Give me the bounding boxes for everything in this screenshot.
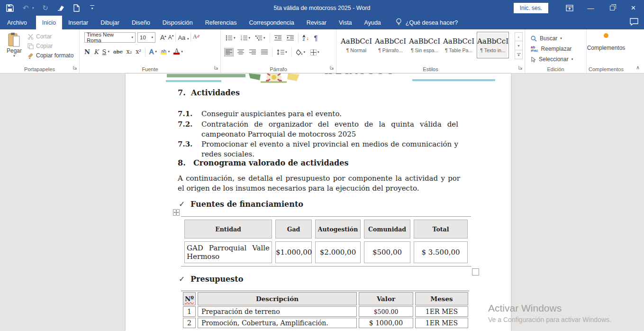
font-dialog-launcher-icon[interactable] bbox=[214, 63, 218, 72]
collapse-ribbon-icon[interactable]: ∧ bbox=[636, 64, 640, 71]
align-center-button[interactable] bbox=[236, 48, 245, 56]
comments-icon[interactable] bbox=[630, 18, 638, 27]
eraser-icon[interactable] bbox=[57, 4, 65, 12]
text-effects-button[interactable]: A bbox=[149, 48, 154, 55]
sign-in-button[interactable]: Inic. ses. bbox=[514, 3, 548, 13]
restore-button[interactable] bbox=[601, 0, 623, 16]
cut-button: Cortar bbox=[27, 33, 73, 40]
minimize-button[interactable]: — bbox=[580, 0, 601, 16]
font-color-dropdown-icon[interactable]: ▾ bbox=[181, 50, 183, 54]
decrease-indent-button[interactable] bbox=[273, 34, 282, 42]
table-cell: $500.00 bbox=[359, 306, 413, 317]
style-card-normal[interactable]: AaBbCcI¶ Normal bbox=[340, 32, 372, 58]
table-header-row: Nº Descripción Valor Meses bbox=[183, 292, 468, 305]
tab-insertar[interactable]: Insertar bbox=[62, 16, 94, 29]
bullet-list-button[interactable]: ▾ bbox=[225, 34, 236, 42]
budget-table[interactable]: Nº Descripción Valor Meses 1 Preparación… bbox=[181, 291, 469, 329]
group-font: Times New Roma▾ 10▾ A▴ A▾ Aa ▾ A N K S ▾… bbox=[80, 29, 221, 73]
text-effects-dropdown-icon[interactable]: ▾ bbox=[155, 50, 157, 54]
justify-button[interactable] bbox=[260, 48, 269, 56]
tab-ayuda[interactable]: Ayuda bbox=[358, 16, 387, 29]
save-icon[interactable] bbox=[6, 4, 14, 12]
clipboard-dialog-launcher-icon[interactable] bbox=[73, 63, 77, 72]
document-page[interactable]: HERMOSO 7. Actividades 7.1. Conseguir au… bbox=[126, 74, 511, 331]
tab-referencias[interactable]: Referencias bbox=[199, 16, 243, 29]
highlight-dropdown-icon[interactable]: ▾ bbox=[168, 50, 170, 54]
tab-inicio[interactable]: Inicio bbox=[36, 16, 62, 29]
sort-button[interactable]: AZ↓ bbox=[302, 34, 310, 42]
styles-dialog-launcher-icon[interactable] bbox=[518, 63, 523, 72]
tab-correspondencia[interactable]: Correspondencia bbox=[243, 16, 300, 29]
search-icon bbox=[531, 36, 537, 42]
grow-font-button[interactable]: A▴ bbox=[160, 34, 166, 41]
change-case-button[interactable]: Aa ▾ bbox=[178, 34, 189, 41]
clear-formatting-button[interactable]: A bbox=[193, 33, 200, 42]
multilevel-list-icon bbox=[255, 35, 263, 41]
ribbon-display-options-icon[interactable] bbox=[559, 0, 580, 16]
tab-vista[interactable]: Vista bbox=[333, 16, 358, 29]
lightbulb-icon bbox=[396, 18, 402, 27]
align-left-button[interactable] bbox=[225, 48, 233, 56]
tab-disposicion[interactable]: Disposición bbox=[156, 16, 199, 29]
tab-archivo[interactable]: Archivo bbox=[1, 16, 33, 29]
list-item-7-2: 7.2. Contratación de organizador del eve… bbox=[178, 120, 459, 139]
addins-button[interactable]: Complementos bbox=[587, 33, 626, 51]
styles-more-icon[interactable]: ▼ bbox=[515, 50, 523, 59]
style-card-sin-espaciado[interactable]: AaBbCcI¶ Sin espa... bbox=[408, 32, 441, 58]
section-7-heading: 7. Actividades bbox=[178, 88, 240, 97]
paste-button[interactable]: Pegar ▾ bbox=[4, 32, 25, 67]
style-card-table-paragraph[interactable]: AaBbCcI¶ Table Pa... bbox=[443, 32, 475, 58]
replace-button[interactable]: ab⇄ac Reemplazar bbox=[531, 44, 586, 54]
numbered-list-button[interactable]: 123▾ bbox=[240, 34, 252, 42]
clipboard-icon bbox=[8, 32, 21, 47]
underline-dropdown-icon[interactable]: ▾ bbox=[108, 50, 110, 54]
new-document-icon[interactable] bbox=[73, 4, 81, 12]
align-right-button[interactable] bbox=[248, 48, 257, 56]
superscript-button[interactable]: x² bbox=[136, 48, 141, 55]
multilevel-list-button[interactable]: ▾ bbox=[254, 34, 266, 42]
copy-icon bbox=[27, 43, 34, 49]
italic-button[interactable]: K bbox=[94, 48, 99, 55]
funding-table[interactable]: Entidad Gad Autogestión Comunidad Total … bbox=[181, 216, 471, 267]
strikethrough-button[interactable]: abc bbox=[113, 49, 123, 55]
borders-icon bbox=[310, 49, 317, 55]
bold-button[interactable]: N bbox=[84, 48, 90, 55]
select-button[interactable]: Seleccionar▾ bbox=[531, 54, 586, 64]
undo-icon: ↶ bbox=[21, 4, 30, 12]
move-arrows-icon bbox=[174, 210, 179, 215]
subscript-button[interactable]: x₂ bbox=[127, 48, 132, 55]
tab-revisar[interactable]: Revisar bbox=[300, 16, 333, 29]
format-painter-button[interactable]: Copiar formato bbox=[27, 52, 73, 59]
font-color-button[interactable]: A bbox=[173, 49, 180, 55]
increase-indent-button[interactable] bbox=[286, 34, 295, 42]
borders-button[interactable]: ▾ bbox=[309, 48, 320, 56]
font-family-select[interactable]: Times New Roma▾ bbox=[84, 32, 136, 43]
close-button[interactable]: × bbox=[623, 0, 644, 16]
shading-button[interactable]: ▾ bbox=[295, 48, 307, 56]
decrease-indent-icon bbox=[274, 35, 281, 41]
table-header-cell: Total bbox=[414, 220, 468, 239]
underline-button[interactable]: S bbox=[102, 48, 107, 55]
styles-scroll-down-icon[interactable]: ▼ bbox=[515, 41, 523, 50]
highlight-button[interactable]: ab bbox=[161, 49, 167, 55]
find-button[interactable]: Buscar▾ bbox=[531, 33, 586, 44]
tab-dibujar[interactable]: Dibujar bbox=[94, 16, 126, 29]
customize-qat-icon[interactable]: ▾ bbox=[88, 4, 97, 12]
paste-dropdown-icon: ▾ bbox=[13, 54, 15, 58]
funding-title: ✓ Fuentes de financiamiento bbox=[179, 200, 303, 209]
paragraph-dialog-launcher-icon[interactable] bbox=[330, 63, 334, 72]
table-cell: $2.000,00 bbox=[315, 241, 361, 263]
show-paragraph-marks-button[interactable]: ¶ bbox=[313, 33, 319, 43]
ribbon-tab-row: Archivo Inicio Insertar Dibujar Diseño D… bbox=[0, 16, 644, 29]
font-size-select[interactable]: 10▾ bbox=[137, 32, 155, 43]
table-move-handle[interactable] bbox=[173, 209, 180, 216]
line-spacing-button[interactable]: ▾ bbox=[276, 48, 288, 56]
tell-me-box[interactable]: ¿Qué desea hacer? bbox=[387, 16, 458, 29]
style-card-parrafo[interactable]: AaBbCcI¶ Párrafo... bbox=[374, 32, 407, 58]
styles-scroll-up-icon[interactable]: ▲ bbox=[515, 32, 523, 41]
table-resize-handle[interactable] bbox=[472, 268, 479, 276]
justify-icon bbox=[261, 49, 268, 55]
shrink-font-button[interactable]: A▾ bbox=[168, 34, 174, 41]
tab-diseno[interactable]: Diseño bbox=[126, 16, 156, 29]
style-card-texto-independiente[interactable]: AaBbCcI¶ Texto in... bbox=[477, 32, 509, 58]
